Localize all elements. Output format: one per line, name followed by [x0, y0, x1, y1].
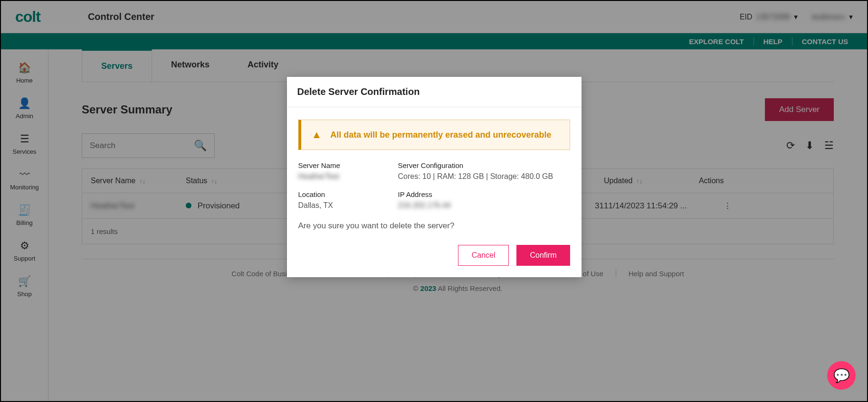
detail-value: Dallas, TX — [298, 201, 393, 210]
detail-ip: IP Address 216.202.176.44 — [398, 190, 570, 210]
chat-icon: 💬 — [833, 368, 850, 383]
detail-label: Server Configuration — [398, 161, 570, 169]
detail-server-config: Server Configuration Cores: 10 | RAM: 12… — [398, 161, 570, 181]
modal-title: Delete Server Confirmation — [287, 77, 582, 107]
cancel-button[interactable]: Cancel — [458, 245, 509, 266]
detail-label: Location — [298, 190, 393, 198]
delete-confirmation-modal: Delete Server Confirmation ▲ All data wi… — [287, 77, 582, 277]
detail-label: Server Name — [298, 161, 393, 169]
warning-icon: ▲ — [312, 129, 322, 141]
details-grid: Server Name HeatherTest Server Configura… — [298, 161, 570, 210]
warning-text: All data will be permanently erased and … — [330, 130, 551, 140]
detail-location: Location Dallas, TX — [298, 190, 393, 210]
detail-server-name: Server Name HeatherTest — [298, 161, 393, 181]
chat-button[interactable]: 💬 — [827, 361, 856, 390]
detail-value: HeatherTest — [298, 172, 393, 181]
detail-value: 216.202.176.44 — [398, 201, 570, 210]
detail-value: Cores: 10 | RAM: 128 GB | Storage: 480.0… — [398, 172, 570, 181]
detail-label: IP Address — [398, 190, 570, 198]
confirm-button[interactable]: Confirm — [516, 245, 570, 266]
modal-footer: Cancel Confirm — [287, 245, 582, 277]
warning-banner: ▲ All data will be permanently erased an… — [298, 120, 570, 150]
confirm-question: Are you sure you want to delete the serv… — [298, 221, 570, 231]
modal-body: ▲ All data will be permanently erased an… — [287, 107, 582, 245]
